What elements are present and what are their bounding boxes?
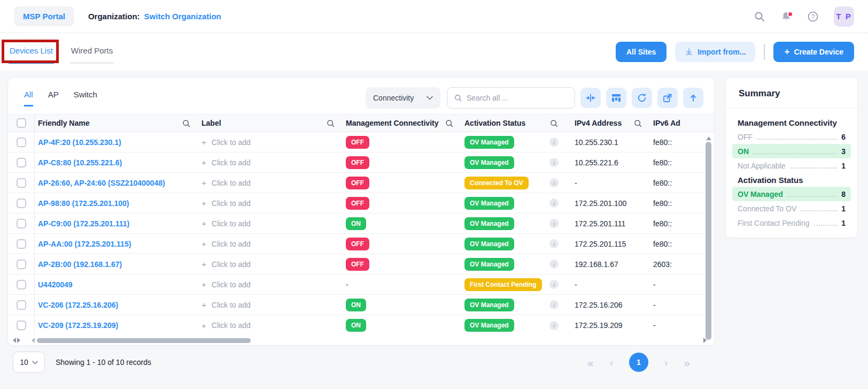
label-click-to-add[interactable]: +Click to add — [198, 219, 343, 228]
label-click-to-add[interactable]: +Click to add — [198, 158, 343, 167]
label-click-to-add[interactable]: +Click to add — [198, 178, 343, 187]
connectivity-dropdown[interactable]: Connectivity — [366, 87, 440, 109]
scroll-up-arrow-icon[interactable] — [706, 136, 711, 140]
user-avatar[interactable]: T P — [834, 6, 854, 27]
device-name-link[interactable]: U4420049 — [35, 280, 198, 289]
device-name-link[interactable]: AP-4F:20 (10.255.230.1) — [35, 138, 198, 147]
row-checkbox[interactable] — [17, 239, 26, 249]
device-name-link[interactable]: AP-C9:00 (172.25.201.111) — [35, 219, 198, 228]
notification-badge-dot — [787, 11, 793, 17]
summary-row: Not Applicable1 — [732, 158, 851, 173]
column-settings-button[interactable] — [606, 88, 626, 108]
scroll-left-arrow-icon[interactable] — [32, 338, 35, 343]
label-click-to-add[interactable]: +Click to add — [198, 300, 343, 309]
device-name-link[interactable]: VC-209 (172.25.19.209) — [35, 321, 198, 330]
ipv6-address: fe80:: — [650, 179, 714, 187]
summary-row: OFF6 — [732, 129, 851, 144]
label-click-to-add[interactable]: +Click to add — [198, 138, 343, 147]
column-search-icon[interactable] — [445, 119, 454, 128]
row-checkbox[interactable] — [17, 158, 26, 167]
info-icon[interactable]: i — [549, 219, 559, 228]
label-click-to-add[interactable]: +Click to add — [198, 260, 343, 269]
vertical-scrollbar-thumb[interactable] — [706, 142, 711, 340]
activation-status-badge: OV Managed — [464, 319, 514, 332]
info-icon[interactable]: i — [549, 138, 559, 147]
label-click-to-add[interactable]: +Click to add — [198, 239, 343, 248]
scroll-right-arrow-icon[interactable] — [703, 338, 707, 343]
device-name-link[interactable]: AP-98:80 (172.25.201.100) — [35, 199, 198, 208]
all-sites-button[interactable]: All Sites — [616, 42, 666, 62]
filter-tab-switch[interactable]: Switch — [74, 90, 97, 106]
search-all-input[interactable] — [447, 87, 575, 109]
filter-tab-ap[interactable]: AP — [48, 90, 59, 106]
expand-external-link-button[interactable] — [657, 88, 678, 108]
page-size-select[interactable]: 10 — [13, 352, 45, 373]
column-search-icon[interactable] — [182, 119, 191, 128]
current-page-button[interactable]: 1 — [629, 353, 648, 372]
label-click-to-add[interactable]: +Click to add — [198, 280, 343, 289]
search-icon[interactable] — [754, 11, 765, 22]
filter-tab-all[interactable]: All — [24, 90, 33, 106]
ipv6-address: 2603: — [650, 260, 714, 269]
upload-export-button[interactable] — [683, 88, 703, 108]
select-all-checkbox[interactable] — [17, 118, 26, 128]
vertical-scrollbar[interactable] — [706, 136, 711, 389]
device-name-link[interactable]: AP-2B:00 (192.168.1.67) — [35, 260, 198, 269]
column-search-icon[interactable] — [326, 119, 335, 128]
tab-devices-list[interactable]: Devices List — [9, 41, 54, 64]
first-page-button[interactable]: « — [587, 357, 594, 368]
help-icon[interactable]: ? — [807, 11, 819, 22]
row-checkbox[interactable] — [17, 300, 26, 310]
label-click-to-add[interactable]: +Click to add — [198, 199, 343, 208]
info-icon[interactable]: i — [549, 158, 559, 167]
row-checkbox[interactable] — [17, 138, 26, 147]
label-click-to-add[interactable]: +Click to add — [198, 321, 343, 330]
horizontal-scrollbar-thumb[interactable] — [37, 338, 251, 343]
create-device-button[interactable]: + Create Device — [773, 42, 854, 62]
refresh-button[interactable] — [632, 88, 652, 108]
collapse-columns-button[interactable] — [580, 88, 601, 108]
device-name-link[interactable]: AP-C8:80 (10.255.221.6) — [35, 158, 198, 167]
info-icon[interactable]: i — [549, 199, 559, 208]
info-icon[interactable]: i — [549, 300, 559, 309]
download-icon — [685, 48, 693, 56]
table-footer: 10 Showing 1 - 10 of 10 records « ‹ 1 › … — [7, 350, 715, 375]
msp-portal-chip[interactable]: MSP Portal — [14, 6, 74, 26]
device-name-link[interactable]: AP-AA:00 (172.25.201.115) — [35, 240, 198, 248]
last-page-button[interactable]: » — [684, 357, 690, 368]
plus-icon: + — [201, 321, 206, 330]
column-search-icon[interactable] — [549, 119, 559, 128]
import-from-button[interactable]: Import from... — [675, 42, 755, 62]
tab-wired-ports[interactable]: Wired Ports — [70, 41, 114, 64]
search-input[interactable] — [467, 94, 568, 102]
info-icon[interactable]: i — [549, 239, 559, 248]
next-page-button[interactable]: › — [664, 357, 668, 368]
summary-row: First Contact Pending1 — [732, 216, 851, 230]
info-icon[interactable]: i — [549, 321, 559, 330]
info-icon[interactable]: i — [549, 280, 559, 289]
activation-status-badge: OV Managed — [464, 197, 514, 210]
organization-link[interactable]: Switch Organization — [144, 12, 221, 21]
row-checkbox[interactable] — [17, 219, 26, 228]
row-checkbox[interactable] — [17, 280, 26, 289]
column-pager-icon[interactable] — [13, 338, 20, 343]
horizontal-scrollbar[interactable] — [8, 335, 714, 345]
info-icon[interactable]: i — [549, 260, 559, 269]
ipv4-address: 172.25.16.206 — [571, 301, 650, 309]
notifications-bell-icon[interactable] — [780, 11, 792, 22]
page-tabs-row: Devices List Wired Ports All Sites Impor… — [0, 33, 868, 71]
row-checkbox[interactable] — [17, 260, 26, 269]
column-search-icon[interactable] — [633, 119, 642, 128]
table-row: AP-26:60, AP-24:60 (SSZ210400048)+Click … — [8, 173, 714, 193]
device-name-link[interactable]: AP-26:60, AP-24:60 (SSZ210400048) — [35, 179, 198, 187]
management-connectivity-badge: ON — [346, 319, 366, 332]
info-icon[interactable]: i — [549, 178, 559, 187]
ipv6-address: - — [650, 301, 714, 309]
row-checkbox[interactable] — [17, 199, 26, 208]
row-checkbox[interactable] — [17, 178, 26, 188]
button-divider — [764, 44, 765, 60]
activation-status-badge: OV Managed — [464, 238, 514, 250]
device-name-link[interactable]: VC-206 (172.25.16.206) — [35, 301, 198, 309]
row-checkbox[interactable] — [17, 321, 26, 330]
previous-page-button[interactable]: ‹ — [610, 357, 613, 368]
